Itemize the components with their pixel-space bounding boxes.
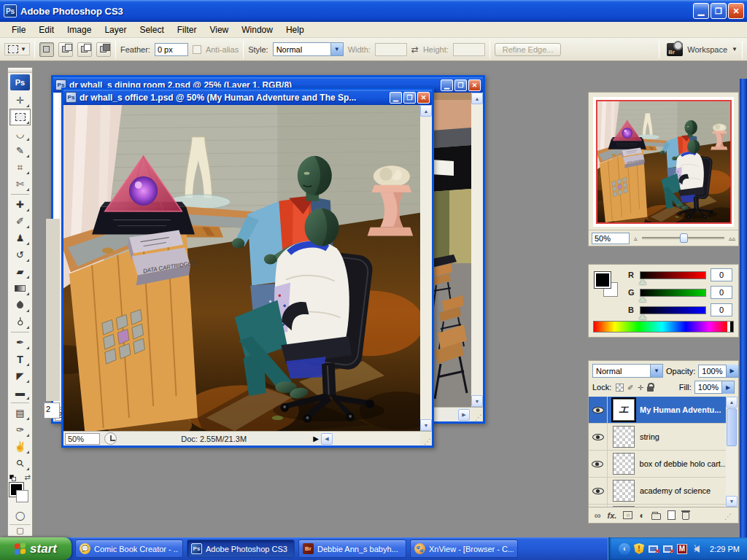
swap-dimensions-icon[interactable]: ⇄ xyxy=(411,44,419,55)
blur-tool[interactable] xyxy=(9,297,31,314)
menu-edit[interactable]: Edit xyxy=(33,23,60,37)
zoom-field[interactable]: 50% xyxy=(65,433,100,445)
fill-combo[interactable]: 100% ▶ xyxy=(694,381,735,394)
layer-thumbnail[interactable]: エ xyxy=(613,399,635,421)
zoom-tool[interactable]: ⚲ xyxy=(9,455,31,472)
height-input[interactable] xyxy=(453,43,485,56)
menu-select[interactable]: Select xyxy=(133,23,169,37)
start-button[interactable]: start xyxy=(0,537,71,560)
layer-name[interactable]: box of debbie holo cart... xyxy=(640,459,726,468)
menu-help[interactable]: Help xyxy=(280,23,310,37)
scroll-down-icon[interactable]: ▼ xyxy=(726,496,738,507)
toolbox-grip[interactable] xyxy=(8,68,32,73)
scroll-up-icon[interactable]: ▲ xyxy=(420,105,432,117)
color-spectrum-ramp[interactable] xyxy=(593,321,734,332)
close-button[interactable]: ✕ xyxy=(728,3,744,19)
navigator-view-box[interactable] xyxy=(596,100,732,224)
quick-selection-tool[interactable]: ✎ xyxy=(9,142,31,159)
add-layer-mask-icon[interactable]: ○ xyxy=(623,511,632,519)
zoom-out-icon[interactable]: ▵ xyxy=(634,235,638,242)
type-tool[interactable]: T xyxy=(9,351,31,368)
doc-minimize-button[interactable]: ▁ xyxy=(390,92,402,104)
volume-icon[interactable] xyxy=(691,544,702,554)
doc-maximize-button[interactable]: ❐ xyxy=(403,92,416,104)
security-shield-icon[interactable]: ! xyxy=(634,543,644,554)
blue-slider[interactable] xyxy=(640,306,706,314)
pen-tool[interactable]: ✒ xyxy=(9,334,31,351)
eye-icon[interactable] xyxy=(592,407,604,413)
subtract-from-selection-button[interactable] xyxy=(77,42,92,57)
blue-value-input[interactable] xyxy=(711,303,732,316)
layer-row[interactable]: エ My Human Adventu... xyxy=(589,397,726,424)
crop-tool[interactable]: ⌗ xyxy=(9,159,31,176)
status-menu-arrow-icon[interactable]: ▶ xyxy=(313,435,319,443)
menu-image[interactable]: Image xyxy=(61,23,97,37)
workspace-label[interactable]: Workspace xyxy=(687,45,727,54)
feather-input[interactable] xyxy=(155,43,188,56)
layer-thumbnail[interactable] xyxy=(613,426,635,448)
notes-tool[interactable]: ▤ xyxy=(9,405,31,421)
scroll-right-icon[interactable]: ▶ xyxy=(458,409,470,421)
style-select[interactable]: Normal ▼ xyxy=(273,42,344,56)
intersect-selection-button[interactable] xyxy=(96,42,111,57)
eye-icon[interactable] xyxy=(592,434,604,440)
brush-tool[interactable]: ✐ xyxy=(9,213,31,230)
opacity-combo[interactable]: 100% ▶ xyxy=(698,365,738,378)
rectangular-marquee-tool[interactable] xyxy=(9,109,31,125)
network-offline-icon[interactable] xyxy=(648,544,659,554)
default-colors-icon[interactable] xyxy=(9,475,17,482)
taskbar-item-bridge[interactable]: Br Debbie Ann_s babyh... xyxy=(298,540,406,558)
link-layers-icon[interactable]: ∞ xyxy=(595,510,601,521)
quick-mask-button[interactable]: ◯ xyxy=(9,508,31,523)
slider-knob[interactable] xyxy=(680,233,688,243)
chevron-down-icon[interactable]: ▼ xyxy=(732,46,738,52)
chevron-down-icon[interactable]: ▼ xyxy=(650,365,662,377)
eye-icon[interactable] xyxy=(592,461,603,467)
path-selection-tool[interactable]: ◤ xyxy=(9,368,31,384)
navigator-zoom-slider[interactable] xyxy=(642,237,724,239)
visibility-cell[interactable] xyxy=(589,478,608,505)
rectangle-shape-tool[interactable]: ▬ xyxy=(9,384,31,401)
new-group-icon[interactable] xyxy=(651,513,661,520)
slice-tool[interactable]: ✄ xyxy=(9,176,31,192)
lasso-tool[interactable]: ◡ xyxy=(9,125,31,142)
navigator-preview[interactable] xyxy=(593,97,734,227)
lock-all-icon[interactable] xyxy=(647,386,654,392)
maximize-button[interactable]: ❐ xyxy=(711,3,727,19)
adjustment-layer-icon[interactable]: ◐ xyxy=(639,510,644,521)
taskbar-item-comic-book-creator[interactable]: 💬 Comic Book Creator - ... xyxy=(75,540,183,558)
tray-collapse-icon[interactable]: ‹ xyxy=(619,543,630,555)
scrollbar-thumb[interactable] xyxy=(727,408,737,446)
background-color-swatch[interactable] xyxy=(16,490,28,502)
document-titlebar[interactable]: Ps dr whall_s office 1.psd @ 50% (My Hum… xyxy=(63,90,432,105)
green-slider[interactable] xyxy=(640,289,706,297)
resize-grip[interactable] xyxy=(471,408,483,421)
doc-minimize-button[interactable]: ▁ xyxy=(441,79,453,91)
layer-thumbnail[interactable] xyxy=(613,453,635,475)
menu-window[interactable]: Window xyxy=(236,23,279,37)
eye-icon[interactable] xyxy=(592,488,604,494)
anti-alias-checkbox[interactable] xyxy=(193,45,201,54)
doc-close-button[interactable]: ✕ xyxy=(417,92,430,104)
scroll-up-icon[interactable]: ▲ xyxy=(726,397,738,408)
dodge-tool[interactable]: ⚲ xyxy=(9,314,31,330)
screen-mode-button[interactable]: ▢ xyxy=(9,524,31,536)
navigator-zoom-input[interactable] xyxy=(592,233,630,244)
move-tool[interactable]: ✛ xyxy=(9,92,31,109)
layer-row[interactable]: academy of science xyxy=(589,478,726,505)
network-offline-icon-2[interactable] xyxy=(662,544,673,554)
layers-scrollbar[interactable]: ▲ ▼ xyxy=(726,397,738,507)
spot-healing-brush-tool[interactable]: ✚ xyxy=(9,196,31,213)
slider-knob[interactable] xyxy=(639,297,646,302)
scroll-down-icon[interactable]: ▼ xyxy=(420,419,432,431)
new-layer-icon[interactable] xyxy=(667,510,676,520)
layer-name[interactable]: My Human Adventu... xyxy=(640,405,721,414)
resize-grip[interactable] xyxy=(724,510,732,521)
clone-stamp-tool[interactable]: ♟ xyxy=(9,230,31,246)
eraser-tool[interactable]: ▰ xyxy=(9,263,31,280)
gradient-tool[interactable] xyxy=(9,280,31,297)
taskbar-item-photoshop[interactable]: Ps Adobe Photoshop CS3 xyxy=(187,540,295,558)
bridge-icon[interactable]: Br xyxy=(667,43,683,56)
swap-colors-icon[interactable]: ⇄ xyxy=(25,473,31,481)
blend-mode-select[interactable]: Normal ▼ xyxy=(592,364,663,378)
